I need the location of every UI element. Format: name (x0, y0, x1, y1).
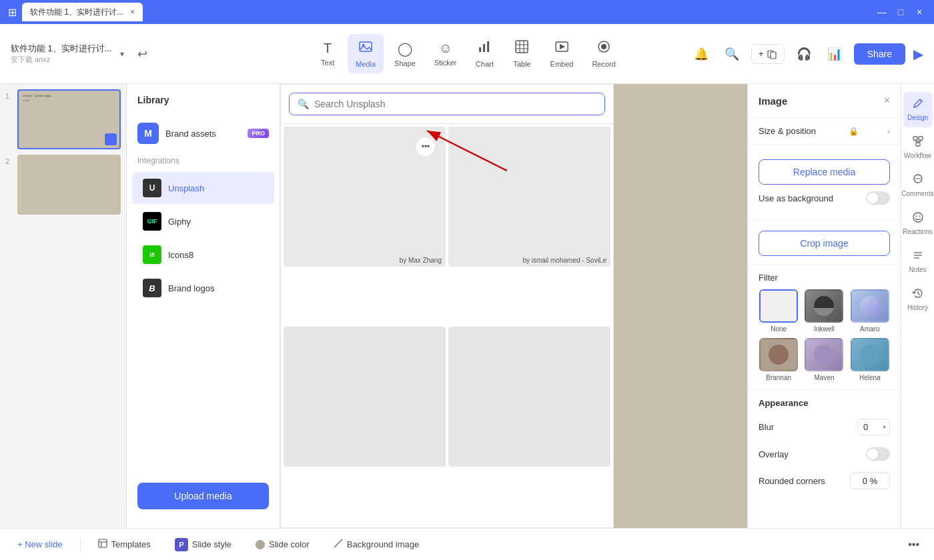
rounded-corners-input[interactable]: 0 % (850, 473, 890, 489)
sidebar-icon-history[interactable]: History (903, 282, 933, 317)
background-image-label: Background image (347, 539, 419, 549)
bottom-divider-1 (80, 538, 81, 551)
new-slide-button[interactable]: + New slide (11, 535, 69, 553)
tab-close-btn[interactable]: × (130, 7, 135, 17)
media-attribution-1: by Max Zhang (400, 257, 442, 264)
canvas-area[interactable]: Library M Brand assets PRO Integrations … (127, 84, 747, 528)
share-button[interactable]: Share (854, 43, 905, 65)
slide-preview-2[interactable] (17, 155, 121, 215)
minimize-btn[interactable]: — (875, 5, 889, 19)
integration-unsplash[interactable]: U Unsplash (132, 172, 274, 204)
project-chevron[interactable]: ▾ (120, 49, 124, 59)
svg-point-31 (919, 216, 920, 217)
right-panel-header: Image × (748, 84, 901, 118)
svg-point-13 (601, 44, 606, 49)
filter-amaro[interactable]: Amaro (850, 289, 890, 333)
overlay-toggle[interactable] (866, 447, 890, 461)
upload-media-button[interactable]: Upload media (137, 483, 269, 509)
templates-btn[interactable]: Templates (91, 535, 157, 554)
rounded-corners-row: Rounded corners 0 % (759, 467, 890, 495)
tool-record[interactable]: Record (584, 34, 623, 73)
filter-maven[interactable]: Maven (804, 338, 844, 381)
window-close-btn[interactable]: × (913, 5, 926, 19)
sidebar-icon-reactions[interactable]: Reactions (903, 206, 933, 241)
search-icon[interactable]: 🔍 (721, 43, 743, 65)
tool-embed[interactable]: Embed (542, 34, 582, 73)
slide-thumb-2[interactable]: 2 (5, 155, 121, 215)
filter-helena[interactable]: Helena (850, 338, 890, 381)
blur-row: Blur 0 1 2 5 10 ▾ (759, 413, 890, 441)
embed-tool-icon (554, 39, 569, 57)
sidebar-icon-workflow[interactable]: Workflow (903, 130, 933, 165)
tool-chart[interactable]: Chart (468, 34, 502, 73)
filter-inkwell[interactable]: Inkwell (804, 289, 844, 333)
tool-sticker[interactable]: ☺ Sticker (426, 35, 465, 72)
size-position-title[interactable]: Size & position 🔒 › (759, 126, 890, 136)
brand-assets-item[interactable]: M Brand assets PRO (127, 116, 280, 151)
workflow-icon (912, 135, 924, 151)
headphones-icon[interactable]: 🎧 (793, 43, 815, 65)
bell-icon[interactable]: 🔔 (690, 43, 713, 65)
media-panel: 🔍 ••• by Max Zhang by ismail mohamed - S… (280, 84, 614, 528)
brandlogos-icon: B (143, 279, 161, 297)
undo-btn[interactable]: ↩ (132, 41, 153, 67)
integration-giphy[interactable]: GIF Giphy (132, 205, 274, 237)
shape-tool-label: Shape (394, 59, 416, 67)
title-tab[interactable]: 软件功能 1、实时进行讨... × (22, 3, 143, 21)
filter-none-label: None (771, 325, 787, 333)
stats-icon[interactable]: 📊 (823, 43, 846, 65)
apps-icon[interactable]: ⊞ (8, 6, 17, 19)
tool-text[interactable]: T Text (310, 35, 345, 72)
tool-media[interactable]: Media (348, 34, 384, 73)
play-button[interactable]: ▶ (913, 46, 923, 62)
integration-brandlogos[interactable]: B Brand logos (132, 272, 274, 304)
unsplash-label: Unsplash (168, 183, 204, 193)
overlay-toggle-thumb (867, 449, 878, 459)
media-grid: ••• by Max Zhang by ismail mohamed - Sov… (281, 124, 613, 527)
sidebar-icon-notes[interactable]: Notes (903, 244, 933, 279)
filter-brannan[interactable]: Brannan (759, 338, 799, 381)
main-area: 1 软件功能 1、实时进行讨论编辑、… content 2 Library M (0, 84, 934, 528)
appearance-section: Appearance Blur 0 1 2 5 10 ▾ Overlay (748, 389, 901, 503)
blur-select[interactable]: 0 1 2 5 10 (857, 419, 890, 435)
crop-image-button[interactable]: Crop image (759, 231, 890, 256)
maximize-btn[interactable]: □ (894, 5, 907, 19)
svg-rect-0 (360, 42, 372, 51)
embed-tool-label: Embed (550, 60, 574, 68)
sticker-tool-label: Sticker (434, 59, 457, 67)
slide-color-btn[interactable]: Slide color (249, 535, 316, 553)
media-card-3[interactable] (284, 327, 446, 467)
search-input[interactable] (314, 99, 596, 109)
blur-select-wrapper: 0 1 2 5 10 ▾ (857, 419, 890, 435)
bottom-more-btn[interactable]: ••• (904, 535, 923, 555)
media-more-btn-1[interactable]: ••• (416, 137, 435, 156)
filter-none[interactable]: None (759, 289, 799, 333)
media-card-1[interactable]: ••• by Max Zhang (284, 127, 446, 267)
use-as-background-toggle[interactable] (866, 191, 890, 205)
filter-inkwell-label: Inkwell (814, 325, 835, 333)
slide-thumb-1[interactable]: 1 软件功能 1、实时进行讨论编辑、… content (5, 89, 121, 149)
sidebar-icon-design[interactable]: Design (903, 92, 933, 127)
filter-amaro-thumb (851, 289, 889, 323)
giphy-icon: GIF (143, 212, 161, 231)
right-panel-close-btn[interactable]: × (884, 95, 890, 107)
search-bar: 🔍 (281, 85, 613, 124)
filter-brannan-label: Brannan (766, 374, 791, 381)
slide-style-btn[interactable]: P Slide style (168, 534, 238, 555)
tool-table[interactable]: Table (505, 34, 540, 73)
replace-media-button[interactable]: Replace media (759, 159, 890, 185)
slide-color-label: Slide color (269, 539, 310, 549)
design-label: Design (907, 114, 928, 122)
overlay-label: Overlay (759, 449, 789, 459)
toggle-thumb (867, 193, 878, 203)
integration-icons8[interactable]: I8 Icons8 (132, 239, 274, 271)
add-btn[interactable]: + (751, 44, 785, 64)
tool-shape[interactable]: ◯ Shape (386, 35, 424, 73)
svg-rect-18 (913, 137, 917, 140)
background-image-btn[interactable]: Background image (327, 535, 426, 554)
sidebar-icon-comments[interactable]: Comments (903, 168, 933, 203)
media-card-2[interactable]: by ismail mohamed - SoviLe (448, 127, 610, 267)
project-title[interactable]: 软件功能 1、实时进行讨... (11, 43, 112, 55)
slide-preview-1[interactable]: 软件功能 1、实时进行讨论编辑、… content (17, 89, 121, 149)
media-card-4[interactable] (448, 327, 610, 467)
